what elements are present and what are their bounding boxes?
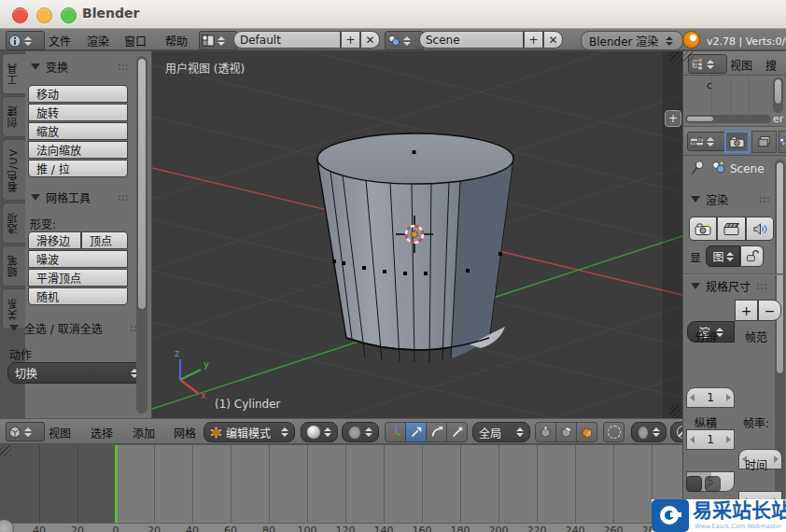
- proportional-editing-dropdown[interactable]: [631, 422, 667, 442]
- translate-manipulator-button[interactable]: [405, 422, 427, 442]
- menu-help[interactable]: 帮助: [165, 33, 188, 49]
- scene-name-field[interactable]: Scene: [419, 31, 524, 49]
- screen-layout-dropdown[interactable]: [199, 31, 238, 50]
- mode-dropdown[interactable]: 编辑模式: [204, 422, 295, 442]
- select-all-panel-header[interactable]: 全选 / 取消全选: [9, 320, 146, 336]
- add-scene-button[interactable]: +: [524, 31, 543, 49]
- outliner-scrollbar[interactable]: [773, 77, 783, 113]
- spinner-arrows-icon: [666, 36, 673, 46]
- resolution-y-field[interactable]: 1: [686, 429, 735, 450]
- outliner-scrollbar-thumb[interactable]: [774, 78, 782, 105]
- pivot-point-dropdown[interactable]: [342, 422, 379, 442]
- push-pull-button[interactable]: 推 / 拉: [28, 160, 128, 177]
- panel-grip-icon[interactable]: [756, 283, 768, 289]
- menu-add[interactable]: 添加: [133, 425, 155, 441]
- vertex-select-mode-button[interactable]: [535, 422, 556, 442]
- transform-orientation-dropdown[interactable]: 全局: [472, 422, 530, 442]
- panel-grip-icon[interactable]: [759, 196, 771, 203]
- render-engine-dropdown[interactable]: Blender 渲染: [581, 31, 683, 50]
- edge-slide-button[interactable]: 滑移边: [28, 231, 81, 249]
- remove-preset-button[interactable]: −: [758, 300, 781, 321]
- lock-open-icon: [745, 249, 759, 263]
- display-mode-dropdown[interactable]: 图: [706, 245, 740, 267]
- expand-properties-region-button[interactable]: +: [665, 110, 681, 127]
- vertex-slide-button[interactable]: 顶点: [81, 231, 128, 249]
- menu-window[interactable]: 窗口: [124, 33, 147, 49]
- shelf-tab-grease-pencil[interactable]: 蜡笔: [2, 245, 25, 287]
- context-breadcrumb-scene[interactable]: Scene: [730, 162, 765, 175]
- rotate-manipulator-button[interactable]: [426, 422, 447, 442]
- select-action-dropdown[interactable]: 切换: [7, 362, 146, 384]
- shelf-tab-options[interactable]: 选项: [2, 203, 25, 244]
- resolution-x-field[interactable]: 1: [686, 387, 735, 408]
- face-select-mode-button[interactable]: [576, 422, 597, 442]
- properties-tab-scene[interactable]: [779, 131, 786, 153]
- tool-shelf-scrollbar[interactable]: [136, 56, 147, 413]
- viewport-3d[interactable]: 用户视图 (透视) (1) Cylinder z y x +: [152, 51, 682, 418]
- panel-grip-icon[interactable]: [118, 63, 130, 70]
- shrink-fatten-button[interactable]: 法向缩放: [28, 141, 128, 159]
- crop-toggle[interactable]: [705, 476, 721, 492]
- minimize-window-button[interactable]: [36, 7, 52, 23]
- render-panel-header[interactable]: 渲染: [691, 191, 771, 207]
- add-preset-button[interactable]: +: [735, 300, 758, 321]
- close-window-button[interactable]: [12, 7, 28, 23]
- scale-button[interactable]: 缩放: [28, 122, 128, 140]
- outliner-search-menu[interactable]: 搜: [765, 57, 777, 73]
- editor-type-properties-button[interactable]: [687, 132, 726, 151]
- limit-selection-visible-button[interactable]: [603, 422, 625, 442]
- region-corner-handle[interactable]: [683, 51, 695, 63]
- properties-scrollbar[interactable]: [775, 160, 785, 529]
- shelf-tab-create[interactable]: 创建: [2, 96, 25, 137]
- panel-grip-icon[interactable]: [118, 194, 130, 201]
- render-still-button[interactable]: [689, 217, 717, 241]
- region-corner-handle[interactable]: [669, 51, 682, 64]
- manipulator-toggle-button[interactable]: [385, 422, 406, 442]
- transform-panel-header[interactable]: 变换: [31, 59, 143, 75]
- outliner-view-menu[interactable]: 视图: [730, 57, 752, 73]
- editor-type-3dview-button[interactable]: [6, 422, 45, 441]
- outliner-hscrollbar-thumb[interactable]: [686, 116, 714, 122]
- current-frame-indicator[interactable]: [115, 445, 118, 523]
- shelf-tab-tools[interactable]: 工具: [2, 53, 25, 94]
- editor-type-info-button[interactable]: [6, 31, 45, 50]
- pin-id-button[interactable]: [689, 160, 706, 176]
- region-corner-handle[interactable]: [0, 445, 11, 456]
- properties-tab-render-layers[interactable]: [751, 131, 777, 153]
- add-layout-button[interactable]: +: [341, 31, 360, 49]
- lock-interface-button[interactable]: [740, 245, 764, 267]
- viewport-shading-dropdown[interactable]: [301, 422, 338, 442]
- randomize-button[interactable]: 随机: [28, 287, 128, 305]
- scene-dropdown[interactable]: [385, 31, 424, 50]
- timeline-ruler[interactable]: 4020020406080100120140160180200220240260…: [0, 523, 682, 532]
- outliner-tree-area[interactable]: c: [683, 76, 786, 115]
- outliner-hscrollbar[interactable]: [685, 115, 771, 123]
- menu-render[interactable]: 渲染: [87, 33, 109, 49]
- rotate-button[interactable]: 旋转: [28, 104, 128, 121]
- noise-button[interactable]: 噪波: [28, 250, 128, 268]
- snap-dropdown[interactable]: [670, 422, 682, 442]
- smooth-vertex-button[interactable]: 平滑顶点: [28, 269, 128, 287]
- close-scene-button[interactable]: ✕: [543, 31, 563, 49]
- menu-file[interactable]: 文件: [49, 33, 71, 49]
- mesh-tools-panel-header[interactable]: 网格工具: [31, 189, 143, 205]
- render-audio-button[interactable]: [746, 217, 774, 241]
- border-toggle[interactable]: [686, 476, 702, 492]
- scale-manipulator-button[interactable]: [446, 422, 468, 442]
- close-layout-button[interactable]: ✕: [360, 31, 380, 49]
- properties-tab-render[interactable]: [724, 131, 750, 153]
- region-corner-handle[interactable]: [669, 405, 682, 418]
- menu-view[interactable]: 视图: [49, 425, 71, 441]
- translate-button[interactable]: 移动: [28, 85, 128, 103]
- maximize-window-button[interactable]: [61, 7, 77, 23]
- screen-layout-name-field[interactable]: Default: [233, 31, 341, 49]
- edge-select-mode-button[interactable]: [555, 422, 577, 442]
- tool-shelf-scrollbar-thumb[interactable]: [137, 58, 147, 310]
- menu-mesh[interactable]: 网格: [174, 425, 196, 441]
- menu-select[interactable]: 选择: [91, 425, 113, 441]
- render-animation-button[interactable]: [717, 217, 746, 241]
- dimensions-panel-header[interactable]: 规格尺寸: [691, 278, 780, 294]
- shelf-tab-shading-uv[interactable]: 着色/UV: [2, 139, 25, 201]
- properties-scrollbar-thumb[interactable]: [776, 161, 784, 374]
- timeline[interactable]: 4020020406080100120140160180200220240260…: [0, 444, 682, 532]
